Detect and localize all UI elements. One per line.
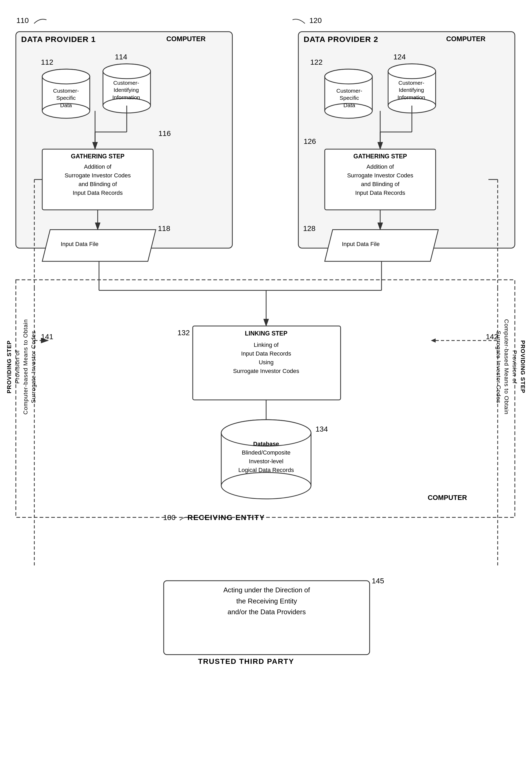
svg-point-9 xyxy=(42,69,90,84)
computer-label-bottom: COMPUTER xyxy=(428,494,467,502)
ref-141: 141 xyxy=(41,332,53,341)
gathering-step-1-title: GATHERING STEP xyxy=(45,152,150,160)
ref-134: 134 xyxy=(316,425,328,434)
ref-142: 142 xyxy=(486,332,498,341)
providing-step-left: PROVIDING STEP Provision ofComputer-base… xyxy=(5,285,38,449)
ref-128: 128 xyxy=(303,224,316,233)
ref-110: 110 xyxy=(16,16,48,25)
input-file-1-label: Input Data File xyxy=(61,241,98,248)
ref-112: 112 xyxy=(41,58,53,67)
input-file-2-label: Input Data File xyxy=(342,241,380,248)
ref-116: 116 xyxy=(158,129,171,138)
database-label: Database Blinded/CompositeInvestor-level… xyxy=(221,439,311,474)
ref-122: 122 xyxy=(310,58,323,67)
svg-point-10 xyxy=(103,64,150,79)
svg-marker-34 xyxy=(42,230,156,261)
provider1-label: DATA PROVIDER 1 xyxy=(21,35,96,44)
svg-point-16 xyxy=(325,69,372,84)
ref-126: 126 xyxy=(304,137,316,146)
ref-132: 132 xyxy=(177,329,190,337)
svg-marker-60 xyxy=(431,338,436,343)
svg-point-21 xyxy=(325,69,372,84)
svg-rect-47 xyxy=(16,280,515,517)
providing-step-right: PROVIDING STEP Provision ofComputer-base… xyxy=(494,285,527,449)
receiving-entity-label: RECEIVING ENTITY xyxy=(188,513,265,522)
svg-point-4 xyxy=(42,69,90,84)
gathering-step-2-title: GATHERING STEP xyxy=(327,152,433,160)
computer-label-1: COMPUTER xyxy=(166,35,206,43)
ref-114: 114 xyxy=(115,53,127,61)
linking-step-text: Linking ofInput Data RecordsUsingSurroga… xyxy=(195,340,337,375)
ref-145: 145 xyxy=(372,577,384,585)
db4-label: Customer-IdentifyingInformation xyxy=(390,79,433,101)
ref-118: 118 xyxy=(158,224,170,233)
ref-120: 120 xyxy=(290,16,322,25)
linking-step-title: LINKING STEP xyxy=(195,330,337,337)
trusted-text: Acting under the Direction ofthe Receivi… xyxy=(166,585,367,618)
db1-label: Customer-SpecificData xyxy=(46,87,86,109)
svg-point-15 xyxy=(103,64,150,79)
db3-label: Customer-SpecificData xyxy=(329,87,369,109)
svg-point-22 xyxy=(388,64,436,79)
db2-label: Customer-IdentifyingInformation xyxy=(105,79,147,101)
trusted-third-party-label: TRUSTED THIRD PARTY xyxy=(198,657,294,666)
gathering-step-1-text: Addition ofSurrogate Investor Codesand B… xyxy=(45,162,150,197)
computer-label-2: COMPUTER xyxy=(446,35,486,43)
provider2-label: DATA PROVIDER 2 xyxy=(304,35,378,44)
ref-124: 124 xyxy=(393,53,406,61)
svg-rect-3 xyxy=(298,32,515,248)
gathering-step-2-text: Addition ofSurrogate Investor Codesand B… xyxy=(327,162,433,197)
svg-point-27 xyxy=(388,64,436,79)
svg-point-54 xyxy=(221,473,311,499)
